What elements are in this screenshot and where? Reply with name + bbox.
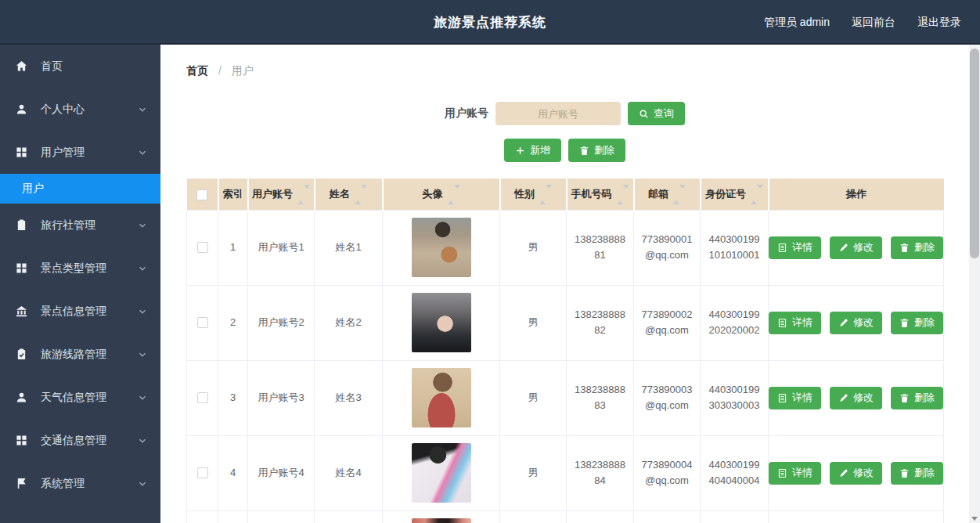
sort-icons[interactable] [355,189,367,200]
column-header[interactable]: 性别 [500,179,567,210]
column-header[interactable]: 身份证号 [701,179,769,210]
detail-button[interactable]: 详情 [769,462,821,485]
sort-icons[interactable] [751,189,763,200]
sidebar-item[interactable]: 用户 [0,174,160,204]
index-cell [218,510,248,523]
table-row: 详情 修改 删除 [187,510,944,523]
sidebar-item[interactable]: 景点类型管理 [0,247,160,290]
sort-icons[interactable] [539,189,552,200]
column-header[interactable]: 头像 [383,179,500,210]
actions-cell: 详情 修改 删除 [769,210,944,285]
trash-icon [899,393,910,403]
detail-button[interactable]: 详情 [769,236,821,259]
query-button[interactable]: 查询 [628,102,685,125]
sort-asc-icon[interactable] [355,189,361,204]
sort-icons[interactable] [448,189,460,200]
table-row: 1 用户账号1 姓名1 男 13823888881 773890001@qq.c… [187,210,944,285]
sort-desc-icon[interactable] [623,185,629,200]
row-checkbox[interactable] [197,467,208,478]
sidebar-item-icon [16,305,27,317]
edit-button[interactable]: 修改 [830,312,882,334]
sort-desc-icon[interactable] [361,185,367,200]
column-header[interactable]: 用户账号 [248,179,315,210]
sidebar-item[interactable]: 旅行社管理 [0,204,160,247]
edit-button[interactable]: 修改 [830,462,882,485]
row-checkbox[interactable] [197,242,208,253]
row-select-cell [187,360,218,435]
chevron-down-icon [137,478,148,489]
sidebar-item[interactable]: 系统管理 [0,462,160,505]
sort-desc-icon[interactable] [454,185,460,200]
sidebar-item[interactable]: 个人中心 [0,88,160,131]
main-content: 首页 / 用户 用户账号 查询 新增 删除 [160,45,969,523]
sort-asc-icon[interactable] [297,189,304,204]
sort-desc-icon[interactable] [679,185,686,200]
users-table: 索引 用户账号 姓名 头像 [186,179,944,523]
sidebar-item[interactable]: 用户管理 [0,131,160,174]
chevron-down-icon [137,435,148,446]
doc-icon [777,243,787,253]
select-all-header[interactable] [187,179,218,210]
sidebar-item-label: 天气信息管理 [41,391,106,405]
breadcrumb-home[interactable]: 首页 [186,64,208,77]
row-delete-button[interactable]: 删除 [891,236,943,259]
topbar-link[interactable]: 返回前台 [852,16,895,30]
row-delete-button[interactable]: 删除 [891,312,943,334]
scrollbar-down-arrow-icon[interactable] [971,517,978,521]
sort-icons[interactable] [673,189,686,200]
phone-cell: 13823888882 [567,285,634,360]
row-checkbox[interactable] [197,392,208,403]
index-cell: 4 [218,435,248,510]
page-scrollbar[interactable] [969,45,980,523]
add-button[interactable]: 新增 [504,139,561,162]
sidebar-item[interactable]: 景点信息管理 [0,290,160,333]
phone-cell: 13823888883 [567,360,634,435]
topbar-link[interactable]: 退出登录 [917,16,961,30]
sidebar-item-label: 个人中心 [41,103,85,117]
plus-icon [515,146,525,156]
avatar-cell [383,210,500,285]
edit-button[interactable]: 修改 [830,387,882,409]
sidebar-item-icon [16,435,27,446]
search-input[interactable] [495,102,621,125]
chevron-down-icon [137,263,148,274]
sidebar-item-label: 景点信息管理 [41,305,106,319]
row-delete-button[interactable]: 删除 [891,462,943,485]
sort-desc-icon[interactable] [546,185,552,200]
sort-desc-icon[interactable] [757,185,763,200]
sort-asc-icon[interactable] [539,189,546,204]
edit-button[interactable]: 修改 [830,236,882,259]
sort-icons[interactable] [297,189,310,200]
sidebar-item[interactable]: 旅游线路管理 [0,333,160,376]
row-delete-button[interactable]: 删除 [891,387,943,409]
detail-button[interactable]: 详情 [769,387,821,409]
column-header[interactable]: 索引 [218,179,248,210]
column-header[interactable]: 手机号码 [567,179,634,210]
select-all-checkbox[interactable] [196,189,207,200]
id-number-cell: 440300199404040004 [701,435,769,510]
sidebar-item-label: 交通信息管理 [41,434,106,448]
sidebar-nav: 首页 个人中心 用户管理 用户 旅行社管理 景点类型管理 [0,45,160,523]
column-header[interactable]: 邮箱 [634,179,701,210]
sidebar-item[interactable]: 天气信息管理 [0,376,160,419]
gender-cell: 男 [500,285,567,360]
account-cell [248,510,315,523]
sidebar-item[interactable]: 交通信息管理 [0,419,160,462]
avatar-cell [383,285,500,360]
sort-desc-icon[interactable] [304,185,310,200]
row-checkbox[interactable] [197,317,208,328]
column-header[interactable]: 姓名 [315,179,383,210]
sort-asc-icon[interactable] [751,189,757,204]
column-header[interactable]: 操作 [769,179,944,210]
search-icon [639,109,649,119]
scrollbar-thumb[interactable] [970,49,979,258]
actions-cell: 详情 修改 删除 [769,510,944,523]
sort-asc-icon[interactable] [448,189,454,204]
sort-asc-icon[interactable] [673,189,679,204]
delete-button[interactable]: 删除 [568,139,625,162]
sort-icons[interactable] [617,189,629,200]
topbar-link[interactable]: 管理员 admin [764,16,830,30]
sort-asc-icon[interactable] [617,189,623,204]
detail-button[interactable]: 详情 [769,312,821,334]
sidebar-item[interactable]: 首页 [0,45,160,88]
